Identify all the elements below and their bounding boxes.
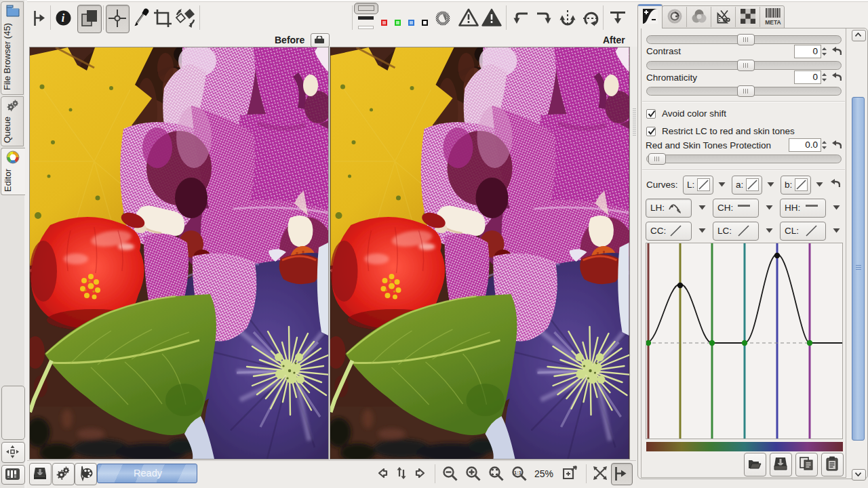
svg-text:META: META (765, 19, 781, 26)
svg-text:i: i (62, 12, 65, 24)
svg-text:1:1: 1:1 (514, 470, 522, 476)
